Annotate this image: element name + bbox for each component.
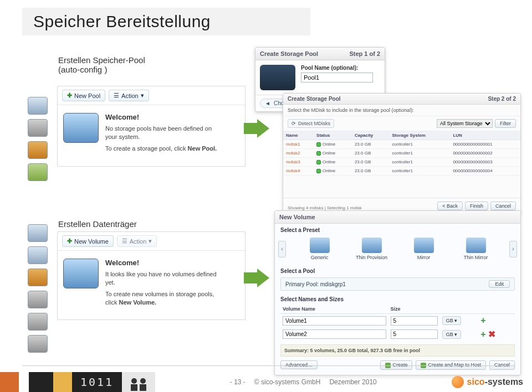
nav-icon[interactable] [28, 119, 48, 137]
status-online-icon [316, 169, 321, 173]
volume-name-input[interactable] [283, 329, 386, 339]
nav-icon[interactable] [28, 246, 48, 264]
nav-icon[interactable] [28, 291, 48, 308]
volume-size-input[interactable] [391, 329, 438, 339]
primary-pool-label: Primary Pool: mdiskgrp1 [285, 281, 346, 287]
footer-separator [22, 365, 515, 366]
unit-select[interactable]: GB ▾ [442, 330, 461, 339]
finish-button[interactable]: Finish [465, 202, 488, 210]
cell-lun: 0000000000000002 [450, 149, 520, 158]
svg-rect-2 [131, 384, 137, 391]
label-volume: Erstellen Datenträger [58, 219, 137, 229]
col-name: Volume Name [280, 305, 388, 314]
cell-status: Online [314, 140, 352, 149]
col-header[interactable]: Storage System [390, 131, 451, 140]
pool-name-input[interactable] [301, 73, 373, 82]
status-online-icon [316, 142, 321, 147]
section-pool-title: Select a Pool [275, 265, 520, 275]
svg-rect-3 [140, 384, 146, 391]
dialog-title: Create Storage Pool [260, 50, 318, 57]
cancel-button[interactable]: Cancel [490, 202, 516, 210]
table-row[interactable]: mdisk1Online23.0 GBcontroller10000000000… [283, 140, 520, 149]
arrow-icon [244, 119, 269, 138]
nav-icon[interactable] [28, 224, 48, 242]
col-header[interactable]: LUN [450, 131, 520, 140]
slide-title-bar: Speicher Bereitstellung [22, 8, 310, 35]
pool-icon [260, 65, 295, 90]
list-icon: ☰ [122, 238, 127, 245]
svg-point-0 [131, 378, 137, 384]
status-online-icon [316, 151, 321, 156]
back-button[interactable]: < Back [437, 202, 463, 210]
cell-status: Online [314, 149, 352, 158]
preset-next-button[interactable]: › [509, 241, 517, 257]
add-row-button[interactable]: + [479, 329, 487, 339]
edit-pool-button[interactable]: Edit [489, 280, 510, 288]
filter-button[interactable]: Filter [495, 119, 516, 128]
volume-size-input[interactable] [391, 316, 438, 326]
preset-icon [414, 238, 434, 253]
cell-lun: 0000000000000001 [450, 140, 520, 149]
new-volume-dialog: New Volume Select a Preset ‹ GenericThin… [274, 210, 521, 375]
brand-orb-icon [452, 376, 464, 388]
preset-label: Thin Provision [356, 255, 387, 260]
table-row[interactable]: mdisk2Online23.0 GBcontroller10000000000… [283, 149, 520, 158]
status-online-icon [316, 160, 321, 164]
cell-lun: 0000000000000003 [450, 158, 520, 167]
nav-icon[interactable] [28, 97, 48, 115]
preset-label: Thin Mirror [464, 255, 488, 260]
action-button[interactable]: ☰ Action ▾ [117, 235, 157, 247]
cell-name: mdisk3 [283, 158, 314, 167]
cell-capacity: 23.0 GB [352, 149, 390, 158]
pool-name-label: Pool Name (optional): [301, 65, 373, 71]
col-header[interactable]: Status [314, 131, 352, 140]
dialog-step: Step 2 of 2 [488, 96, 516, 102]
preset-option[interactable]: Thin Mirror [453, 238, 499, 260]
action-button[interactable]: ☰ Action ▾ [109, 90, 149, 101]
table-row[interactable]: mdisk3Online23.0 GBcontroller10000000000… [283, 158, 520, 167]
dialog-step: Step 1 of 2 [349, 50, 380, 57]
btn-label: New Pool [74, 92, 100, 99]
remove-row-button[interactable]: ✖ [487, 329, 497, 339]
welcome-line: It looks like you have no volumes define… [105, 270, 222, 287]
nav-icon[interactable] [28, 163, 48, 181]
preset-label: Mirror [417, 255, 431, 260]
chevron-down-icon: ▾ [454, 332, 457, 337]
preset-icon [466, 238, 486, 253]
plus-icon: ✚ [67, 238, 72, 245]
preset-row: ‹ GenericThin ProvisionMirrorThin Mirror… [275, 234, 520, 265]
preset-option[interactable]: Mirror [401, 238, 447, 260]
nav-icon[interactable] [28, 269, 48, 286]
detect-mdisks-button[interactable]: ⟳Detect MDisks [288, 119, 334, 128]
table-row[interactable]: mdisk4Online23.0 GBcontroller10000000000… [283, 167, 520, 176]
cell-capacity: 23.0 GB [352, 158, 390, 167]
toolbar: ✚New Volume ☰ Action ▾ [58, 232, 245, 251]
nav-icon[interactable] [28, 313, 48, 331]
pool-illustration-icon [63, 113, 99, 143]
welcome-line: No storage pools have been defined on yo… [105, 125, 222, 141]
new-pool-button[interactable]: ✚New Pool [62, 90, 105, 101]
col-header[interactable]: Capacity [352, 131, 390, 140]
welcome-text: Welcome! No storage pools have been defi… [105, 113, 222, 156]
cell-name: mdisk4 [283, 167, 314, 176]
brand-logo: sico-systems [452, 376, 523, 388]
cell-capacity: 23.0 GB [352, 140, 390, 149]
storage-filter-select[interactable]: All System Storage [437, 119, 493, 128]
preset-option[interactable]: Thin Provision [349, 238, 395, 260]
nav-icon[interactable] [28, 335, 48, 353]
volume-name-input[interactable] [283, 316, 386, 326]
footer-decoration: 1011 [0, 372, 155, 392]
nav-icons-upper [28, 97, 50, 181]
preset-icon [310, 238, 330, 253]
add-row-button[interactable]: + [479, 316, 487, 325]
welcome-title: Welcome! [105, 259, 222, 267]
create-pool-step2-dialog: Create Storage PoolStep 2 of 2 Select th… [283, 93, 521, 214]
btn-label: New Volume [74, 238, 109, 245]
unit-select[interactable]: GB ▾ [442, 316, 461, 325]
preset-prev-button[interactable]: ‹ [278, 241, 286, 257]
col-header[interactable]: Name [283, 131, 314, 140]
welcome-volume-panel: ✚New Volume ☰ Action ▾ Welcome! It looks… [57, 231, 245, 320]
nav-icon[interactable] [28, 141, 48, 159]
preset-option[interactable]: Generic [296, 238, 343, 260]
new-volume-button[interactable]: ✚New Volume [62, 235, 114, 247]
